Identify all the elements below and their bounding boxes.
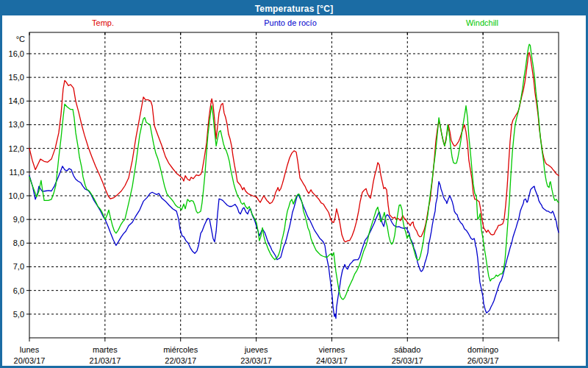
day-date-label: 24/03/17 [316,356,348,365]
y-tick-label: 16,0 [9,49,24,58]
day-date-label: 25/03/17 [392,356,423,365]
y-tick-label: 9,0 [13,215,24,224]
y-axis-unit-label: °C [16,35,25,43]
chart-area: 16,015,014,013,012,011,010,09,08,07,06,0… [2,32,586,366]
day-name-label: martes [93,345,118,354]
day-date-label: 26/03/17 [467,356,499,365]
app-window: Temperaturas [°C] Temp.Punto de rocíoWin… [0,0,588,368]
plot-border [29,32,559,338]
y-tick-label: 11,0 [9,168,24,177]
day-date-label: 23/03/17 [240,356,272,365]
temperature-line-chart: 16,015,014,013,012,011,010,09,08,07,06,0… [2,32,586,366]
y-tick-label: 10,0 [9,191,24,200]
y-tick-label: 8,0 [13,238,24,247]
y-tick-label: 5,0 [13,310,24,319]
day-date-label: 20/03/17 [14,356,46,365]
day-name-label: miércoles [163,345,198,354]
day-name-label: jueves [244,345,268,354]
legend-item-punto-de-roc-o: Punto de rocío [264,18,317,27]
day-name-label: viernes [319,345,345,354]
day-date-label: 22/03/17 [165,356,196,365]
y-tick-label: 6,0 [13,286,24,295]
window-title: Temperaturas [°C] [255,4,334,14]
title-bar[interactable]: Temperaturas [°C] [2,2,586,15]
y-tick-label: 12,0 [9,144,24,153]
day-name-label: domingo [467,345,498,354]
y-tick-label: 14,0 [9,96,24,105]
chart-legend: Temp.Punto de rocíoWindchill [2,15,586,32]
y-tick-label: 7,0 [13,262,24,271]
legend-item-temp-: Temp. [92,18,114,27]
legend-item-windchill: Windchill [466,18,498,27]
day-name-label: lunes [20,345,40,354]
day-date-label: 21/03/17 [89,356,121,365]
y-tick-label: 15,0 [9,73,24,82]
day-name-label: sábado [394,345,420,354]
y-tick-label: 13,0 [9,120,24,129]
